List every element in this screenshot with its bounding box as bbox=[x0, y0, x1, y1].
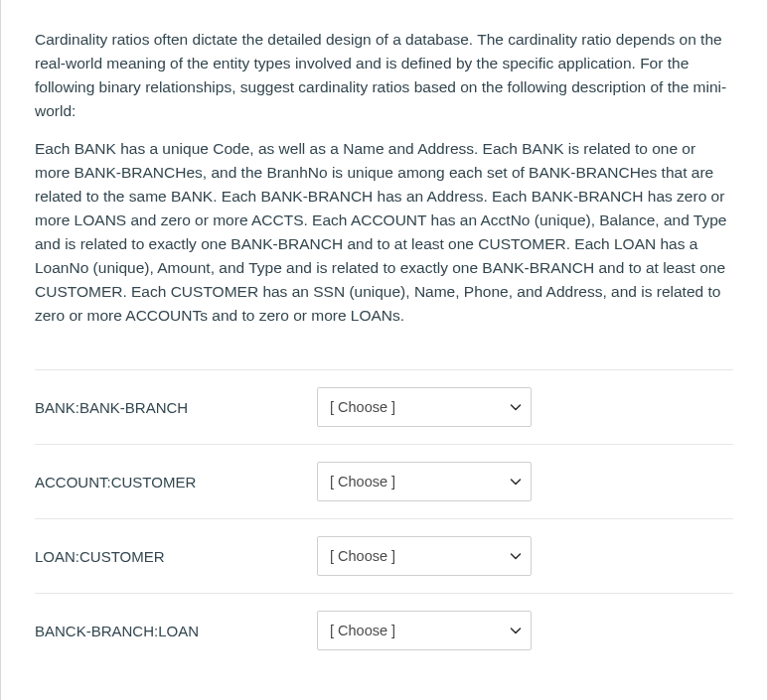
select-value: [ Choose ] bbox=[330, 399, 395, 415]
select-box[interactable]: [ Choose ] bbox=[317, 611, 532, 650]
select-box[interactable]: [ Choose ] bbox=[317, 462, 532, 501]
select-box[interactable]: [ Choose ] bbox=[317, 536, 532, 576]
questions-list: BANK:BANK-BRANCH [ Choose ] ACCOUNT:CUST… bbox=[35, 369, 733, 667]
question-label: ACCOUNT:CUSTOMER bbox=[35, 474, 317, 490]
question-label: BANK:BANK-BRANCH bbox=[35, 399, 317, 416]
intro-paragraph-2: Each BANK has a unique Code, as well as … bbox=[35, 137, 733, 328]
question-label: BANCK-BRANCH:LOAN bbox=[35, 623, 317, 639]
intro-paragraph-1: Cardinality ratios often dictate the det… bbox=[35, 28, 733, 123]
question-label: LOAN:CUSTOMER bbox=[35, 548, 317, 565]
answer-select[interactable]: [ Choose ] bbox=[317, 611, 532, 650]
select-value: [ Choose ] bbox=[330, 623, 395, 638]
question-row: BANK:BANK-BRANCH [ Choose ] bbox=[35, 369, 733, 444]
answer-select[interactable]: [ Choose ] bbox=[317, 536, 532, 576]
question-container: Cardinality ratios often dictate the det… bbox=[0, 0, 768, 700]
answer-select[interactable]: [ Choose ] bbox=[317, 387, 532, 427]
question-row: ACCOUNT:CUSTOMER [ Choose ] bbox=[35, 444, 733, 518]
answer-select[interactable]: [ Choose ] bbox=[317, 462, 532, 501]
select-value: [ Choose ] bbox=[330, 548, 395, 564]
question-row: LOAN:CUSTOMER [ Choose ] bbox=[35, 518, 733, 593]
select-value: [ Choose ] bbox=[330, 474, 395, 490]
select-box[interactable]: [ Choose ] bbox=[317, 387, 532, 427]
question-row: BANCK-BRANCH:LOAN [ Choose ] bbox=[35, 593, 733, 667]
